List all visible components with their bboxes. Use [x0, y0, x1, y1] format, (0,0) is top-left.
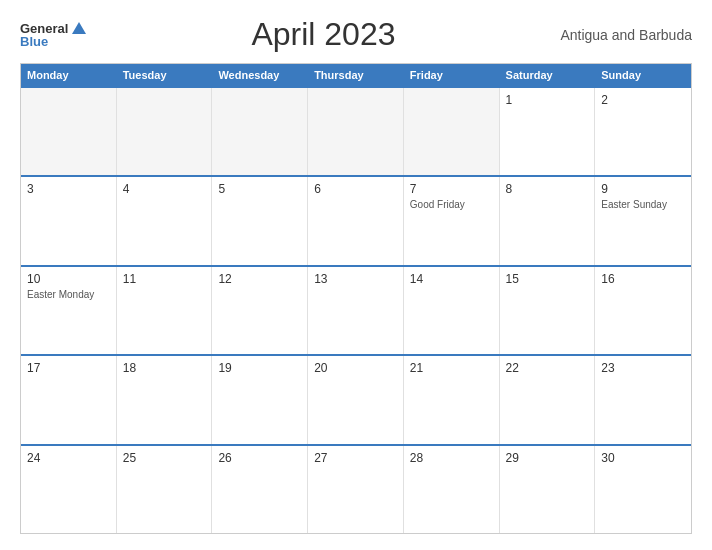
calendar-row: 24252627282930	[21, 444, 691, 533]
calendar-row: 10Easter Monday111213141516	[21, 265, 691, 354]
calendar-cell: 16	[595, 267, 691, 354]
day-number: 12	[218, 272, 301, 286]
calendar-row: 34567Good Friday89Easter Sunday	[21, 175, 691, 264]
calendar-cell: 26	[212, 446, 308, 533]
day-event: Easter Sunday	[601, 198, 685, 211]
cal-header-cell-friday: Friday	[404, 64, 500, 86]
calendar-cell: 25	[117, 446, 213, 533]
calendar-cell	[212, 88, 308, 175]
day-number: 29	[506, 451, 589, 465]
cal-header-cell-monday: Monday	[21, 64, 117, 86]
calendar-cell: 22	[500, 356, 596, 443]
calendar-cell: 17	[21, 356, 117, 443]
page: General Blue April 2023 Antigua and Barb…	[0, 0, 712, 550]
cal-header-cell-sunday: Sunday	[595, 64, 691, 86]
calendar-title: April 2023	[251, 16, 395, 53]
calendar-cell: 1	[500, 88, 596, 175]
day-number: 25	[123, 451, 206, 465]
cal-header-cell-thursday: Thursday	[308, 64, 404, 86]
day-number: 26	[218, 451, 301, 465]
day-number: 10	[27, 272, 110, 286]
calendar-body: 1234567Good Friday89Easter Sunday10Easte…	[21, 86, 691, 533]
day-number: 24	[27, 451, 110, 465]
calendar: MondayTuesdayWednesdayThursdayFridaySatu…	[20, 63, 692, 534]
calendar-cell: 18	[117, 356, 213, 443]
calendar-cell: 5	[212, 177, 308, 264]
calendar-cell: 13	[308, 267, 404, 354]
calendar-cell: 12	[212, 267, 308, 354]
calendar-row: 17181920212223	[21, 354, 691, 443]
calendar-cell: 19	[212, 356, 308, 443]
day-number: 9	[601, 182, 685, 196]
day-number: 20	[314, 361, 397, 375]
cal-header-cell-saturday: Saturday	[500, 64, 596, 86]
calendar-cell: 23	[595, 356, 691, 443]
day-number: 15	[506, 272, 589, 286]
country-label: Antigua and Barbuda	[560, 27, 692, 43]
calendar-cell: 14	[404, 267, 500, 354]
day-number: 1	[506, 93, 589, 107]
day-number: 21	[410, 361, 493, 375]
day-number: 8	[506, 182, 589, 196]
header: General Blue April 2023 Antigua and Barb…	[20, 16, 692, 53]
logo-general-text: General	[20, 22, 86, 35]
calendar-cell: 8	[500, 177, 596, 264]
day-number: 23	[601, 361, 685, 375]
calendar-cell: 4	[117, 177, 213, 264]
calendar-cell: 2	[595, 88, 691, 175]
logo-general-label: General	[20, 22, 68, 35]
calendar-header: MondayTuesdayWednesdayThursdayFridaySatu…	[21, 64, 691, 86]
day-number: 3	[27, 182, 110, 196]
calendar-cell: 30	[595, 446, 691, 533]
day-event: Easter Monday	[27, 288, 110, 301]
logo-triangle-icon	[72, 22, 86, 34]
calendar-cell: 3	[21, 177, 117, 264]
day-number: 4	[123, 182, 206, 196]
logo: General Blue	[20, 22, 86, 48]
day-number: 7	[410, 182, 493, 196]
calendar-cell	[21, 88, 117, 175]
day-number: 27	[314, 451, 397, 465]
calendar-cell: 20	[308, 356, 404, 443]
calendar-cell: 15	[500, 267, 596, 354]
calendar-cell: 9Easter Sunday	[595, 177, 691, 264]
calendar-row: 12	[21, 86, 691, 175]
calendar-cell: 29	[500, 446, 596, 533]
day-number: 13	[314, 272, 397, 286]
calendar-cell	[404, 88, 500, 175]
calendar-cell: 6	[308, 177, 404, 264]
calendar-cell: 27	[308, 446, 404, 533]
calendar-cell: 10Easter Monday	[21, 267, 117, 354]
calendar-cell: 28	[404, 446, 500, 533]
day-number: 11	[123, 272, 206, 286]
day-number: 18	[123, 361, 206, 375]
logo-blue-label: Blue	[20, 35, 86, 48]
day-number: 6	[314, 182, 397, 196]
cal-header-cell-wednesday: Wednesday	[212, 64, 308, 86]
day-number: 2	[601, 93, 685, 107]
day-event: Good Friday	[410, 198, 493, 211]
calendar-cell: 7Good Friday	[404, 177, 500, 264]
cal-header-cell-tuesday: Tuesday	[117, 64, 213, 86]
day-number: 16	[601, 272, 685, 286]
day-number: 30	[601, 451, 685, 465]
day-number: 28	[410, 451, 493, 465]
day-number: 17	[27, 361, 110, 375]
day-number: 14	[410, 272, 493, 286]
calendar-cell	[117, 88, 213, 175]
calendar-cell: 21	[404, 356, 500, 443]
day-number: 5	[218, 182, 301, 196]
day-number: 22	[506, 361, 589, 375]
calendar-cell	[308, 88, 404, 175]
calendar-cell: 11	[117, 267, 213, 354]
calendar-cell: 24	[21, 446, 117, 533]
day-number: 19	[218, 361, 301, 375]
